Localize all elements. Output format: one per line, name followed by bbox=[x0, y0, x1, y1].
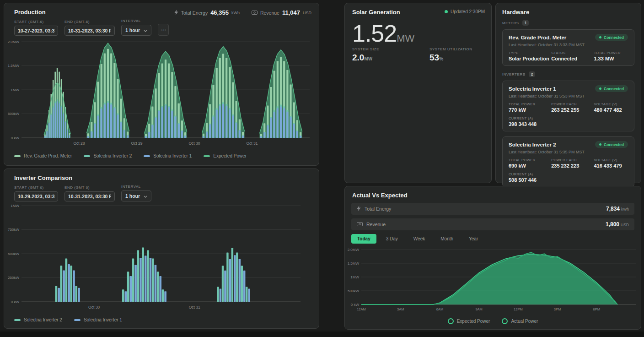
tab-year[interactable]: Year bbox=[463, 234, 484, 244]
svg-text:Oct 31: Oct 31 bbox=[246, 141, 258, 146]
svg-text:0 kW: 0 kW bbox=[11, 300, 20, 304]
legend-label: Rev. Grade Prod. Meter bbox=[24, 153, 72, 158]
interval-label: INTERVAL bbox=[121, 19, 151, 23]
svg-text:9AM: 9AM bbox=[475, 307, 482, 311]
interval-value: 1 hour bbox=[125, 193, 140, 199]
legend-ring bbox=[502, 318, 508, 324]
revenue-row: Revenue 1,800USD bbox=[351, 218, 634, 230]
inverter-heartbeat: Last Heartbeat: October 31 5:35 PM MST bbox=[509, 150, 628, 154]
updated-status: Updated 2:30PM bbox=[445, 9, 485, 14]
start-date-input[interactable] bbox=[14, 191, 58, 201]
revenue-unit: USD bbox=[303, 11, 311, 15]
dashboard: Production Total Energy 46,355 kWh Reven… bbox=[0, 0, 644, 337]
start-label: START (GMT-6) bbox=[14, 185, 58, 190]
inverter-comparison-legend: Solectria Inverter 2 Solectria Inverter … bbox=[14, 317, 122, 322]
inverter-comparison-controls: START (GMT-6) END (GMT-6) INTERVAL 1 hou… bbox=[14, 185, 151, 201]
interval-select[interactable]: 1 hour bbox=[121, 190, 151, 201]
meters-count-badge: 1 bbox=[522, 20, 529, 26]
start-date-input[interactable] bbox=[14, 26, 58, 36]
system-size-value: 2.0 bbox=[352, 53, 364, 62]
banknote-icon bbox=[252, 10, 258, 16]
legend-label: Solectria Inverter 1 bbox=[84, 317, 122, 322]
legend-item: Rev. Grade Prod. Meter bbox=[14, 153, 72, 158]
actual-vs-expected-legend: Expected Power Actual Power bbox=[345, 318, 641, 324]
svg-text:6PM: 6PM bbox=[593, 307, 600, 311]
inverter-name: Solectria Inverter 1 bbox=[509, 86, 556, 92]
meters-label: METERS bbox=[502, 21, 519, 25]
interval-select[interactable]: 1 hour bbox=[121, 25, 151, 36]
connected-label: Connected bbox=[604, 142, 624, 147]
svg-text:Oct 29: Oct 29 bbox=[131, 141, 142, 146]
svg-text:750kW: 750kW bbox=[8, 228, 19, 232]
legend-ring bbox=[448, 318, 454, 324]
system-size-stat: SYSTEM SIZE 2.0MW bbox=[352, 47, 379, 63]
connected-dot bbox=[599, 36, 601, 38]
row-value: 1,800USD bbox=[606, 221, 629, 228]
bolt-icon bbox=[174, 10, 178, 16]
svg-text:12AM: 12AM bbox=[357, 307, 366, 311]
revenue-label: Revenue bbox=[260, 10, 279, 16]
svg-text:Oct 31: Oct 31 bbox=[189, 305, 200, 310]
svg-text:1MW: 1MW bbox=[11, 88, 19, 92]
total-energy-value: 46,355 bbox=[210, 9, 229, 16]
system-size-unit: MW bbox=[364, 56, 372, 61]
tab-week[interactable]: Week bbox=[408, 234, 431, 244]
row-label: Revenue bbox=[366, 222, 386, 227]
legend-swatch bbox=[14, 319, 21, 321]
svg-text:1.5MW: 1.5MW bbox=[8, 64, 19, 68]
inverter-comparison-chart[interactable]: 1MW750kW500kW250kW0 kWOct 30Oct 31 bbox=[8, 202, 316, 315]
hardware-panel: Hardware METERS 1 Rev. Grade Prod. Meter… bbox=[495, 3, 641, 183]
end-date-input[interactable] bbox=[64, 191, 115, 201]
svg-text:1MW: 1MW bbox=[350, 275, 359, 279]
legend-swatch bbox=[14, 155, 21, 157]
production-title: Production bbox=[14, 9, 46, 16]
inverters-label: INVERTERS bbox=[502, 72, 526, 76]
meter-heartbeat: Last Heartbeat: October 31 3:33 PM MST bbox=[509, 43, 628, 47]
total-energy-unit: kWh bbox=[231, 11, 240, 15]
inverter-field: POWER EACH235 232 223 bbox=[551, 158, 594, 168]
bolt-icon bbox=[357, 206, 361, 212]
legend-item: Expected Power bbox=[204, 153, 247, 158]
legend-swatch bbox=[204, 155, 210, 157]
inverter-field: TOTAL POWER690 kW bbox=[509, 158, 551, 168]
apply-range-button[interactable]: GO bbox=[158, 24, 169, 36]
end-label: END (GMT-6) bbox=[64, 20, 115, 24]
solar-generation-title: Solar Generation bbox=[352, 9, 400, 16]
inverter-card: Solectria Inverter 1 Connected Last Hear… bbox=[502, 81, 634, 131]
svg-text:250kW: 250kW bbox=[8, 276, 19, 280]
tab-3-day[interactable]: 3 Day bbox=[380, 234, 404, 244]
connected-dot bbox=[599, 87, 601, 90]
actual-vs-expected-panel: Actual Vs Expected Total Energy 7,834kWh… bbox=[344, 186, 641, 330]
actual-vs-expected-chart[interactable]: 2.0MW1.5MW1MW500kW0 kW12AM3AM6AM9AM12PM3… bbox=[348, 246, 639, 315]
meter-field: TOTAL POWER1.33 MW bbox=[594, 51, 628, 61]
production-legend: Rev. Grade Prod. Meter Solectria Inverte… bbox=[14, 153, 247, 158]
row-label: Total Energy bbox=[365, 206, 391, 212]
interval-label: INTERVAL bbox=[121, 185, 151, 189]
inverter-field: CURRENT (A)398 343 448 bbox=[509, 116, 551, 127]
system-size-label: SYSTEM SIZE bbox=[352, 47, 379, 51]
production-chart[interactable]: 2.0MW1.5MW1MW500kW0 kWOct 28Oct 29Oct 30… bbox=[8, 37, 316, 151]
connected-badge: Connected bbox=[595, 85, 628, 92]
inverter-comparison-title: Inverter Comparison bbox=[14, 174, 72, 181]
svg-text:Oct 30: Oct 30 bbox=[188, 141, 200, 146]
svg-text:Oct 30: Oct 30 bbox=[88, 305, 100, 310]
legend-label: Expected Power bbox=[457, 319, 490, 324]
inverters-section-label: INVERTERS 2 bbox=[502, 71, 634, 77]
banknote-icon bbox=[357, 222, 363, 227]
svg-text:1.5MW: 1.5MW bbox=[348, 261, 359, 266]
inverter-name: Solectria Inverter 2 bbox=[509, 142, 556, 147]
tab-today[interactable]: Today bbox=[351, 234, 376, 244]
svg-text:Oct 28: Oct 28 bbox=[73, 141, 85, 146]
revenue-stat: Revenue 11,047 USD bbox=[252, 9, 311, 16]
inverter-field: POWER EACH263 252 255 bbox=[551, 102, 594, 113]
meters-section-label: METERS 1 bbox=[502, 20, 634, 26]
legend-label: Solectria Inverter 1 bbox=[153, 153, 192, 158]
bottom-band bbox=[0, 332, 644, 337]
tab-month[interactable]: Month bbox=[435, 234, 459, 244]
total-energy-label: Total Energy bbox=[181, 10, 208, 16]
svg-text:500kW: 500kW bbox=[8, 112, 19, 116]
svg-text:0 kW: 0 kW bbox=[351, 303, 360, 307]
inverter-heartbeat: Last Heartbeat: October 31 5:53 PM MST bbox=[509, 94, 628, 98]
legend-item: Expected Power bbox=[448, 318, 490, 324]
end-date-input[interactable] bbox=[64, 26, 115, 36]
